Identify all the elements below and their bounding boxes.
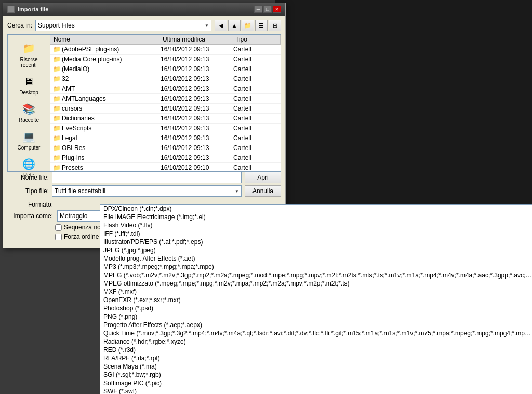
shortcut-desktop[interactable]: 🖥 Desktop — [11, 72, 47, 98]
forza-checkbox[interactable] — [55, 234, 62, 240]
formato-label: Formato: — [11, 201, 53, 208]
file-modified: 16/10/2012 09:13 — [161, 125, 233, 132]
dropdown-item[interactable]: RED (*.r3d) — [100, 346, 532, 354]
table-row[interactable]: 📁cursors16/10/2012 09:13Cartell — [50, 104, 281, 114]
dropdown-item[interactable]: SGI (*.sgi;*.bw;*.rgb) — [100, 371, 532, 379]
dropdown-item[interactable]: Illustrator/PDF/EPS (*.ai;*.pdf;*.eps) — [100, 238, 532, 246]
dropdown-item[interactable]: Photoshop (*.psd) — [100, 304, 532, 313]
dropdown-item[interactable]: DPX/Cineon (*.cin;*.dpx) — [100, 205, 532, 213]
new-folder-button[interactable]: 📁 — [242, 20, 254, 31]
file-icon: 📁 — [51, 114, 62, 123]
file-type: Cartell — [233, 75, 281, 83]
file-modified: 16/10/2012 09:13 — [161, 85, 233, 92]
importa-label: Importa come: — [11, 212, 53, 220]
file-name: Legal — [62, 134, 161, 142]
tipo-file-label: Tipo file: — [7, 187, 49, 195]
cerca-in-arrow: ▼ — [205, 23, 209, 28]
dropdown-item[interactable]: Quick Time (*.mov;*.3gp;*.3g2;*.mp4;*.m4… — [100, 329, 532, 337]
col-header-modified[interactable]: Ultima modifica — [159, 35, 232, 44]
minimize-button[interactable]: ─ — [254, 6, 262, 13]
shortcut-computer[interactable]: 💻 Computer — [11, 127, 47, 153]
file-modified: 16/10/2012 09:10 — [161, 164, 233, 171]
file-modified: 16/10/2012 09:13 — [161, 144, 233, 152]
dropdown-item[interactable]: MPEG (*.vob;*.m2v;*.m2v;*.3gp;*.mp2;*.m2… — [100, 271, 532, 279]
dropdown-item[interactable]: Softimage PIC (*.pic) — [100, 379, 532, 387]
file-icon: 📁 — [51, 144, 62, 152]
file-modified: 16/10/2012 09:13 — [161, 56, 233, 63]
dropdown-item[interactable]: File IMAGE ElectricImage (*.img;*.ei) — [100, 213, 532, 221]
cerca-in-value: Support Files — [38, 22, 75, 29]
table-row[interactable]: 📁EveScripts16/10/2012 09:13Cartell — [50, 124, 281, 133]
tipo-file-combo[interactable]: Tutti file accettabili ▼ — [52, 185, 242, 197]
file-type: Cartell — [233, 85, 281, 92]
table-row[interactable]: 📁OBLRes16/10/2012 09:13Cartell — [50, 143, 281, 153]
dropdown-item[interactable]: SWF (*.swf) — [100, 387, 532, 394]
dialog-icon — [7, 6, 15, 13]
col-header-name[interactable]: Nome — [50, 35, 159, 44]
back-button[interactable]: ◀ — [215, 20, 227, 31]
dropdown-item[interactable]: MP3 (*.mp3;*.mpeg;*.mpg;*.mpa;*.mpe) — [100, 263, 532, 271]
maximize-button[interactable]: □ — [263, 6, 272, 13]
file-type: Cartell — [233, 115, 281, 122]
nome-file-input[interactable] — [52, 172, 242, 183]
cerca-in-combo[interactable]: Support Files ▼ — [35, 20, 211, 31]
dropdown-item[interactable]: JPEG (*.jpg;*.jpeg) — [100, 246, 532, 254]
dropdown-item[interactable]: OpenEXR (*.exr;*.sxr;*.mxr) — [100, 296, 532, 304]
tipo-file-row: Tipo file: Tutti file accettabili ▼ Annu… — [7, 185, 281, 197]
apri-button[interactable]: Apri — [245, 172, 281, 183]
shortcut-raccolte[interactable]: 📚 Raccolte — [11, 100, 47, 125]
table-row[interactable]: 📁(Media Core plug-ins)16/10/2012 09:13Ca… — [50, 55, 281, 64]
up-button[interactable]: ▲ — [228, 20, 241, 31]
file-icon: 📁 — [51, 65, 62, 73]
file-name: 32 — [62, 75, 161, 83]
file-type-dropdown[interactable]: DPX/Cineon (*.cin;*.dpx)File IMAGE Elect… — [100, 204, 532, 394]
computer-label: Computer — [18, 145, 41, 151]
dropdown-item[interactable]: MPEG ottimizzato (*.mpeg;*.mpe;*.mpg;*.m… — [100, 279, 532, 288]
table-row[interactable]: 📁Plug-ins16/10/2012 09:13Cartell — [50, 153, 281, 163]
file-type: Cartell — [233, 154, 281, 161]
file-icon: 📁 — [51, 124, 62, 132]
file-type: Cartell — [233, 164, 281, 171]
dropdown-item[interactable]: Scena Maya (*.ma) — [100, 362, 532, 371]
file-list[interactable]: Nome Ultima modifica Tipo 📁(AdobePSL plu… — [50, 35, 281, 171]
annulla-button[interactable]: Annulla — [245, 185, 281, 197]
table-row[interactable]: 📁AMT16/10/2012 09:13Cartell — [50, 84, 281, 94]
file-icon: 📁 — [51, 134, 62, 142]
tipo-file-arrow: ▼ — [235, 189, 239, 194]
toolbar-buttons: ◀ ▲ 📁 ☰ ⊞ — [215, 20, 281, 31]
dropdown-item[interactable]: IFF (*.iff;*.tdi) — [100, 229, 532, 238]
shortcut-risorse[interactable]: 📁 Risorse recenti — [11, 39, 47, 70]
file-name: (Media Core plug-ins) — [62, 56, 161, 63]
dropdown-item[interactable]: RLA/RPF (*.rla;*.rpf) — [100, 354, 532, 362]
view2-button[interactable]: ⊞ — [269, 20, 281, 31]
table-row[interactable]: 📁Dictionaries16/10/2012 09:13Cartell — [50, 114, 281, 124]
table-row[interactable]: 📁(AdobePSL plug-ins)16/10/2012 09:13Cart… — [50, 45, 281, 55]
dropdown-item[interactable]: Radiance (*.hdr;*.rgbe;*.xyze) — [100, 337, 532, 346]
dropdown-item[interactable]: Flash Video (*.flv) — [100, 221, 532, 229]
dropdown-item[interactable]: Progetto After Effects (*.aep;*.aepx) — [100, 321, 532, 329]
file-icon: 📁 — [51, 55, 62, 63]
file-rows-container: 📁(AdobePSL plug-ins)16/10/2012 09:13Cart… — [50, 45, 281, 171]
table-row[interactable]: 📁3216/10/2012 09:13Cartell — [50, 74, 281, 84]
file-name: OBLRes — [62, 144, 161, 152]
cerca-in-row: Cerca in: Support Files ▼ ◀ ▲ 📁 ☰ ⊞ — [7, 20, 281, 31]
table-row[interactable]: 📁(MediaIO)16/10/2012 09:13Cartell — [50, 64, 281, 74]
file-type: Cartell — [233, 65, 281, 73]
table-row[interactable]: 📁Presets16/10/2012 09:10Cartell — [50, 163, 281, 171]
dropdown-item[interactable]: Modello prog. After Effects (*.aet) — [100, 254, 532, 263]
file-list-header: Nome Ultima modifica Tipo — [50, 35, 281, 45]
table-row[interactable]: 📁Legal16/10/2012 09:13Cartell — [50, 133, 281, 143]
sequenza-checkbox[interactable] — [55, 224, 62, 231]
table-row[interactable]: 📁AMTLanguages16/10/2012 09:13Cartell — [50, 94, 281, 104]
col-header-type[interactable]: Tipo — [232, 35, 281, 44]
file-list-container: 📁 Risorse recenti 🖥 Desktop 📚 Raccolte 💻… — [7, 34, 281, 172]
risorse-icon: 📁 — [21, 41, 37, 56]
title-bar: Importa file ─ □ ✕ — [3, 3, 285, 16]
close-button[interactable]: ✕ — [273, 6, 281, 13]
view-button[interactable]: ☰ — [255, 20, 268, 31]
dropdown-item[interactable]: MXF (*.mxf) — [100, 288, 532, 296]
file-modified: 16/10/2012 09:13 — [161, 75, 233, 83]
dropdown-item[interactable]: PNG (*.png) — [100, 313, 532, 321]
file-type: Cartell — [233, 56, 281, 63]
file-type: Cartell — [233, 46, 281, 53]
